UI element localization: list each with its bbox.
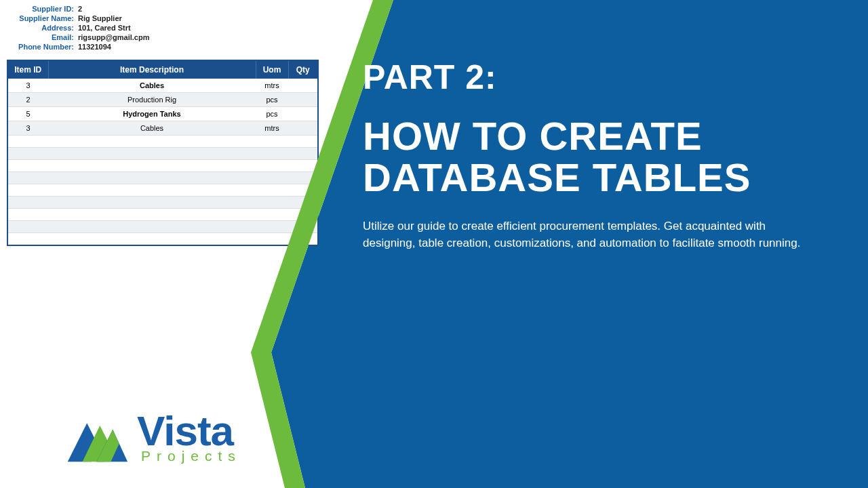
description-text: Utilize our guide to create efficient pr… xyxy=(363,218,817,252)
address-label: Address: xyxy=(7,24,78,32)
table-row xyxy=(7,184,318,197)
spreadsheet-preview: Supplier ID:2 Supplier Name:Rig Supplier… xyxy=(7,0,319,246)
phone-value: 11321094 xyxy=(78,43,111,51)
logo-text: Vista Projects xyxy=(137,413,241,463)
table-row xyxy=(7,209,318,221)
table-row: 2Production Rigpcs xyxy=(7,93,318,107)
table-row xyxy=(7,148,318,160)
table-row: 5Hydrogen Tankspcs xyxy=(7,107,318,121)
table-row: 3Cablesmtrs xyxy=(7,79,318,93)
logo-name: Vista xyxy=(137,413,241,449)
email-label: Email: xyxy=(7,33,78,41)
supplier-id-label: Supplier ID: xyxy=(7,5,78,13)
col-item-desc: Item Description xyxy=(48,60,256,79)
table-row xyxy=(7,172,318,184)
address-value: 101, Cared Strt xyxy=(78,24,131,32)
col-uom: Uom xyxy=(256,60,288,79)
table-row xyxy=(7,197,318,209)
title-content: PART 2: HOW TO CREATE DATABASE TABLES Ut… xyxy=(363,58,837,252)
supplier-id-value: 2 xyxy=(78,5,82,13)
col-item-id: Item ID xyxy=(7,60,48,79)
table-row xyxy=(7,160,318,172)
phone-label: Phone Number: xyxy=(7,43,78,51)
vista-projects-logo: Vista Projects xyxy=(64,411,241,464)
table-row: 3Cablesmtrs xyxy=(7,121,318,136)
page-title: HOW TO CREATE DATABASE TABLES xyxy=(363,116,837,199)
table-row xyxy=(7,221,318,233)
email-value: rigsupp@gmail.cpm xyxy=(78,33,149,41)
table-row xyxy=(7,233,318,245)
table-row xyxy=(7,136,318,148)
logo-mark-icon xyxy=(64,411,129,464)
col-qty: Qty xyxy=(288,60,318,79)
logo-subtitle: Projects xyxy=(141,450,241,462)
items-table: Item ID Item Description Uom Qty 3Cables… xyxy=(7,60,319,246)
supplier-name-value: Rig Supplier xyxy=(78,14,122,22)
supplier-name-label: Supplier Name: xyxy=(7,14,78,22)
supplier-info-block: Supplier ID:2 Supplier Name:Rig Supplier… xyxy=(7,0,319,60)
part-label: PART 2: xyxy=(363,58,837,97)
